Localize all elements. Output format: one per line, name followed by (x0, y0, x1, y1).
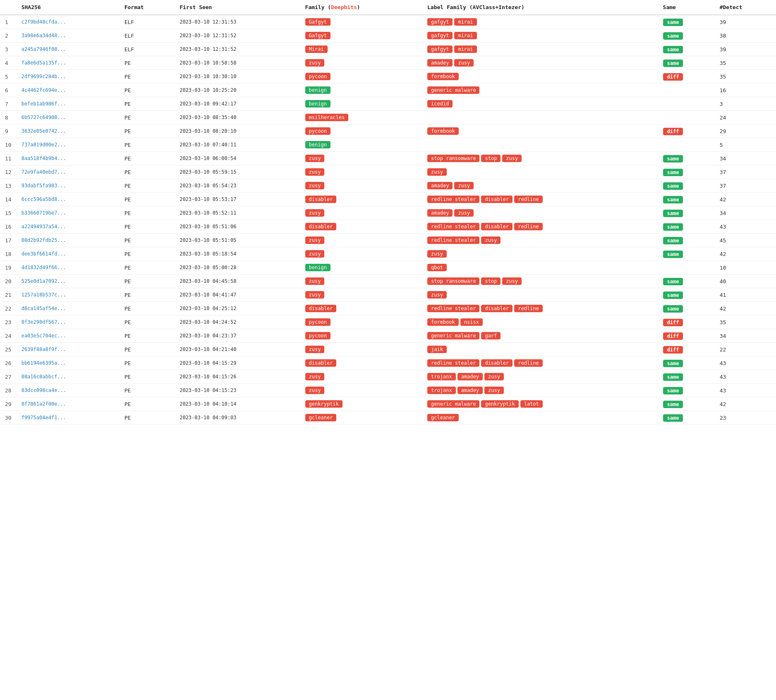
same-cell: same (658, 384, 715, 397)
sha256-cell[interactable]: 6ccc596a5bd8... (17, 193, 120, 206)
same-cell: diff (658, 315, 715, 329)
label-family-cell: zusy (422, 165, 658, 179)
sha256-link[interactable]: 6b5727c64908... (22, 115, 66, 120)
sha256-cell[interactable]: 93dabf5fa983... (17, 179, 120, 193)
detect-cell: 42 (715, 193, 776, 206)
sha256-cell[interactable]: 525e0d1a7092... (17, 275, 120, 288)
sha256-cell[interactable]: a245a7946f08... (17, 43, 120, 56)
label-tag: zusy (502, 277, 522, 285)
family-tag: pycoon (305, 318, 331, 326)
sha256-link[interactable]: dee3bf6614fd... (22, 251, 66, 257)
table-row: 52df9699c284b...PE2023-03-10 10:30:10pyc… (0, 70, 776, 84)
sha256-cell[interactable]: 3632e05e0742... (17, 124, 120, 138)
sha256-link[interactable]: 1257a18b537c... (22, 292, 66, 298)
sha256-cell[interactable]: 4d1832d49f66... (17, 261, 120, 275)
table-row: 16a22494937a54...PE2023-03-10 05:51:06di… (0, 220, 776, 234)
family-cell: gcleaner (300, 411, 422, 425)
sha256-cell[interactable]: 4c4462fc694e... (17, 84, 120, 97)
family-cell: zusy (300, 56, 422, 70)
sha256-link[interactable]: 72e9fa40ebd7... (22, 169, 66, 175)
family-cell: zusy (300, 247, 422, 261)
sha256-cell[interactable]: befeb1ab986f... (17, 97, 120, 111)
sha256-cell[interactable]: 1257a18b537c... (17, 288, 120, 302)
label-tag: disabler (481, 196, 513, 203)
sha256-link[interactable]: f9975a04e4f1... (22, 415, 66, 420)
sha256-cell[interactable]: f9975a04e4f1... (17, 411, 120, 425)
sha256-link[interactable]: fa8e6d5a135f... (22, 60, 66, 66)
sha256-cell[interactable]: d8ca145af54e... (17, 302, 120, 315)
sha256-link[interactable]: a22494937a54... (22, 224, 66, 229)
sha256-link[interactable]: b33660719be7... (22, 210, 66, 216)
sha256-cell[interactable]: 0f3e298df567... (17, 315, 120, 329)
sha256-cell[interactable]: 08a16c8abbcf... (17, 370, 120, 384)
sha256-cell[interactable]: b33660719be7... (17, 206, 120, 220)
same-cell: same (658, 193, 715, 206)
sha256-cell[interactable]: 8aa518f4b9b4... (17, 152, 120, 165)
sha256-cell[interactable]: c2f9bd48cfda... (17, 15, 120, 29)
family-cell: zusy (300, 370, 422, 384)
sha256-link[interactable]: 6ccc596a5bd8... (22, 196, 66, 202)
firstseen-cell: 2023-03-10 04:21:40 (175, 343, 300, 356)
sha256-link[interactable]: 0f3e298df567... (22, 319, 66, 325)
same-badge: same (663, 169, 683, 176)
table-row: 2708a16c8abbcf...PE2023-03-10 04:15:26zu… (0, 370, 776, 384)
family-tag: pycoon (305, 332, 331, 339)
table-row: 1c2f9bd48cfda...ELF2023-03-10 12:31:53Ga… (0, 15, 776, 29)
sha256-link[interactable]: 2639f88a8f9f... (22, 346, 66, 352)
sha256-link[interactable]: 8aa518f4b9b4... (22, 155, 66, 161)
label-family-cell: stop ransomwarestopzusy (422, 275, 658, 288)
sha256-link[interactable]: 4d1832d49f66... (22, 265, 66, 270)
table-row: 1272e9fa40ebd7...PE2023-03-10 05:59:15zu… (0, 165, 776, 179)
row-number: 14 (0, 193, 17, 206)
detect-cell: 34 (715, 152, 776, 165)
label-family-cell: jaik (422, 343, 658, 356)
col-num (0, 0, 17, 15)
sha256-link[interactable]: a245a7946f08... (22, 46, 66, 52)
sha256-cell[interactable]: 3a98e6a34d48... (17, 29, 120, 43)
sha256-cell[interactable]: 72e9fa40ebd7... (17, 165, 120, 179)
sha256-link[interactable]: 0f7861a2f00e... (22, 401, 66, 407)
label-family-cell: formbooknsisx (422, 315, 658, 329)
col-firstseen: First Seen (175, 0, 300, 15)
sha256-link[interactable]: befeb1ab986f... (22, 101, 66, 107)
sha256-cell[interactable]: 0f7861a2f00e... (17, 397, 120, 411)
detect-cell: 42 (715, 247, 776, 261)
sha256-cell[interactable]: 6b5727c64908... (17, 111, 120, 124)
sha256-link[interactable]: 93dabf5fa983... (22, 183, 66, 189)
firstseen-cell: 2023-03-10 08:20:10 (175, 124, 300, 138)
sha256-cell[interactable]: a22494937a54... (17, 220, 120, 234)
sha256-link[interactable]: 525e0d1a7092... (22, 278, 66, 284)
sha256-cell[interactable]: 2639f88a8f9f... (17, 343, 120, 356)
sha256-link[interactable]: bb6194e6395a... (22, 360, 66, 366)
detect-cell: 3 (715, 97, 776, 111)
sha256-cell[interactable]: fa8e6d5a135f... (17, 56, 120, 70)
family-cell: benign (300, 138, 422, 152)
format-cell: PE (120, 343, 175, 356)
same-cell (658, 261, 715, 275)
sha256-link[interactable]: 08d2b92fdb25... (22, 237, 66, 243)
sha256-link[interactable]: 3632e05e0742... (22, 128, 66, 134)
sha256-link[interactable]: ea03e5c704ec... (22, 333, 66, 339)
sha256-cell[interactable]: dee3bf6614fd... (17, 247, 120, 261)
sha256-link[interactable]: 4c4462fc694e... (22, 87, 66, 93)
sha256-cell[interactable]: 08d2b92fdb25... (17, 234, 120, 247)
sha256-link[interactable]: 83dcc098ca4e... (22, 387, 66, 393)
sha256-cell[interactable]: bb6194e6395a... (17, 356, 120, 370)
sha256-link[interactable]: d8ca145af54e... (22, 306, 66, 311)
sha256-cell[interactable]: 2df9699c284b... (17, 70, 120, 84)
firstseen-cell: 2023-03-10 05:59:15 (175, 165, 300, 179)
format-cell: PE (120, 152, 175, 165)
sha256-link[interactable]: 3a98e6a34d48... (22, 33, 66, 38)
row-number: 24 (0, 329, 17, 343)
sha256-link[interactable]: 737a819d00e2... (22, 142, 66, 148)
sha256-link[interactable]: 08a16c8abbcf... (22, 374, 66, 380)
sha256-cell[interactable]: 737a819d00e2... (17, 138, 120, 152)
sha256-link[interactable]: 2df9699c284b... (22, 74, 66, 79)
sha256-link[interactable]: c2f9bd48cfda... (22, 19, 66, 25)
same-badge: same (663, 210, 683, 217)
sha256-cell[interactable]: 83dcc098ca4e... (17, 384, 120, 397)
col-same: Same (658, 0, 715, 15)
same-badge: same (663, 414, 683, 422)
label-tag: zusy (481, 237, 501, 244)
sha256-cell[interactable]: ea03e5c704ec... (17, 329, 120, 343)
